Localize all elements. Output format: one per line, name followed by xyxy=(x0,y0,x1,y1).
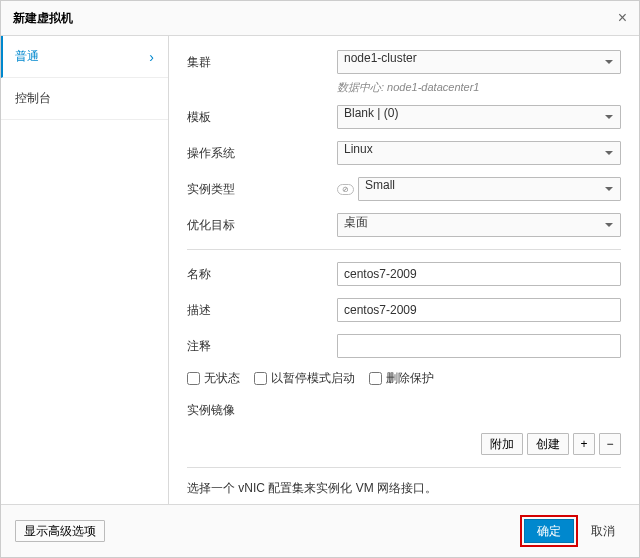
ok-button[interactable]: 确定 xyxy=(524,519,574,543)
minus-button[interactable]: − xyxy=(599,433,621,455)
sidebar-item-console[interactable]: 控制台 xyxy=(1,78,168,120)
link-icon: ⊘ xyxy=(337,184,354,195)
instancetype-label: 实例类型 xyxy=(187,181,337,198)
optimize-label: 优化目标 xyxy=(187,217,337,234)
os-select[interactable]: Linux xyxy=(337,141,621,165)
sidebar: 普通 › 控制台 xyxy=(1,36,169,504)
desc-input[interactable] xyxy=(337,298,621,322)
name-label: 名称 xyxy=(187,266,337,283)
cluster-select[interactable]: node1-cluster xyxy=(337,50,621,74)
comment-label: 注释 xyxy=(187,338,337,355)
show-advanced-button[interactable]: 显示高级选项 xyxy=(15,520,105,542)
form-content: 集群 node1-cluster 数据中心: node1-datacenter1… xyxy=(169,36,639,504)
chevron-right-icon: › xyxy=(149,49,154,65)
desc-label: 描述 xyxy=(187,302,337,319)
sidebar-item-label: 普通 xyxy=(15,48,39,65)
close-icon[interactable]: × xyxy=(618,9,627,27)
new-vm-dialog: 新建虚拟机 × 普通 › 控制台 集群 node1-cluster 数据中心: … xyxy=(0,0,640,558)
cluster-label: 集群 xyxy=(187,54,337,71)
sidebar-item-label: 控制台 xyxy=(15,90,51,107)
plus-button[interactable]: + xyxy=(573,433,595,455)
dialog-footer: 显示高级选项 确定 取消 xyxy=(1,504,639,557)
pause-check[interactable]: 以暂停模式启动 xyxy=(254,370,355,387)
datacenter-hint: 数据中心: node1-datacenter1 xyxy=(337,80,621,95)
dialog-title: 新建虚拟机 xyxy=(13,10,73,27)
separator xyxy=(187,249,621,250)
comment-input[interactable] xyxy=(337,334,621,358)
instancetype-select[interactable]: Small xyxy=(358,177,621,201)
delprotect-check[interactable]: 删除保护 xyxy=(369,370,434,387)
cancel-button[interactable]: 取消 xyxy=(581,519,625,543)
separator xyxy=(187,467,621,468)
sidebar-item-general[interactable]: 普通 › xyxy=(1,36,168,78)
create-button[interactable]: 创建 xyxy=(527,433,569,455)
stateless-check[interactable]: 无状态 xyxy=(187,370,240,387)
template-select[interactable]: Blank | (0) xyxy=(337,105,621,129)
dialog-body: 普通 › 控制台 集群 node1-cluster 数据中心: node1-da… xyxy=(1,36,639,504)
os-label: 操作系统 xyxy=(187,145,337,162)
dialog-header: 新建虚拟机 × xyxy=(1,1,639,36)
template-label: 模板 xyxy=(187,109,337,126)
attach-button[interactable]: 附加 xyxy=(481,433,523,455)
vnic-desc: 选择一个 vNIC 配置集来实例化 VM 网络接口。 xyxy=(187,480,621,497)
instance-image-label: 实例镜像 xyxy=(187,402,337,419)
optimize-select[interactable]: 桌面 xyxy=(337,213,621,237)
name-input[interactable] xyxy=(337,262,621,286)
ok-highlight: 确定 xyxy=(520,515,578,547)
